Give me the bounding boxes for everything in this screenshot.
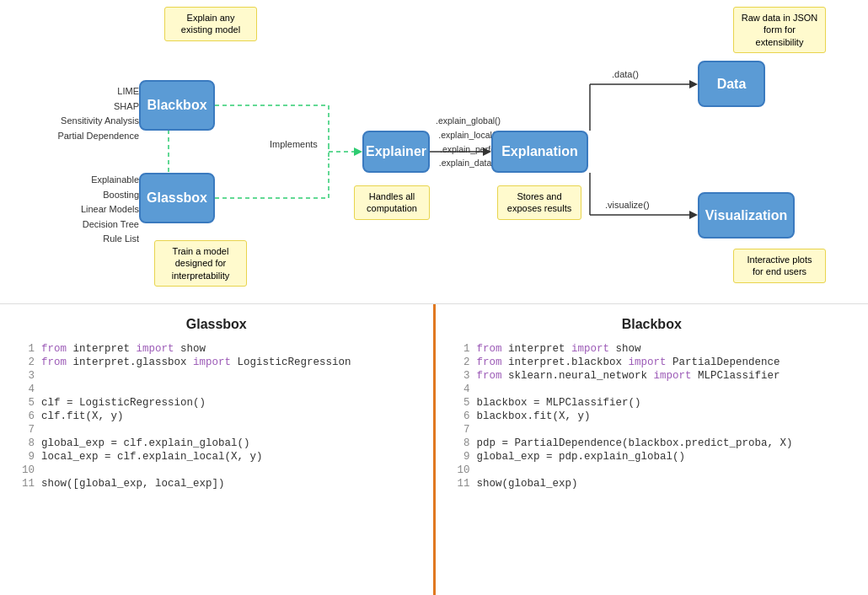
code-line: 4 <box>453 383 852 396</box>
code-token: from <box>477 370 509 382</box>
line-number: 4 <box>453 383 474 396</box>
code-token: interpret <box>73 343 137 355</box>
code-line: 8global_exp = clf.explain_global() <box>17 437 416 450</box>
svg-marker-7 <box>354 147 362 156</box>
code-token: import <box>137 343 181 355</box>
code-line: 1from interpret import show <box>453 342 852 356</box>
code-token: clf.fit(X, y) <box>41 410 124 422</box>
code-line: 1from interpret import show <box>17 342 416 356</box>
code-token: import <box>571 343 616 355</box>
code-line: 8pdp = PartialDependence(blackbox.predic… <box>453 437 852 450</box>
code-token: show <box>477 478 502 490</box>
code-token: show <box>616 343 641 355</box>
code-token: blackbox = MLPClassifier() <box>477 397 641 409</box>
label-visualize: .visualize() <box>605 200 650 210</box>
code-line: 10 <box>453 464 852 477</box>
line-number: 7 <box>453 423 474 437</box>
code-token: interpret <box>508 343 571 355</box>
line-code: show(global_exp) <box>474 477 852 490</box>
line-code: clf = LogisticRegression() <box>38 396 416 410</box>
code-token: PartialDependence <box>672 356 780 368</box>
line-code <box>474 383 852 396</box>
line-number: 8 <box>453 437 474 450</box>
code-section: Glassbox 1from interpret import show2fro… <box>0 303 868 595</box>
code-line: 4 <box>17 383 416 396</box>
line-code: blackbox = MLPClassifier() <box>474 396 852 410</box>
line-number: 3 <box>453 369 474 383</box>
line-code: local_exp = clf.explain_local(X, y) <box>38 450 416 464</box>
line-code: from interpret import show <box>474 342 852 356</box>
line-code: from interpret import show <box>38 342 416 356</box>
code-line: 2from interpret.glassbox import Logistic… <box>17 356 416 369</box>
code-token: global_exp = pdp.explain_global() <box>477 451 686 463</box>
line-number: 8 <box>17 437 38 450</box>
box-explanation: Explanation <box>491 131 588 173</box>
code-token: MLPClassifier <box>698 370 780 382</box>
blackbox-title: Blackbox <box>453 317 852 332</box>
note-train-model: Train a model designed for interpretabil… <box>154 240 247 287</box>
note-raw-data: Raw data in JSON form for extensibility <box>733 7 826 53</box>
line-code: from interpret.blackbox import PartialDe… <box>474 356 852 369</box>
code-line: 3 <box>17 369 416 383</box>
diagram-section: Explain any existing model LIME SHAP Sen… <box>0 0 868 303</box>
line-number: 1 <box>453 342 474 356</box>
line-number: 1 <box>17 342 38 356</box>
code-line: 11show([global_exp, local_exp]) <box>17 477 416 490</box>
code-line: 5blackbox = MLPClassifier() <box>453 396 852 410</box>
code-line: 9global_exp = pdp.explain_global() <box>453 450 852 464</box>
line-code: global_exp = clf.explain_global() <box>38 437 416 450</box>
code-line: 6blackbox.fit(X, y) <box>453 410 852 423</box>
code-token: show <box>41 478 67 490</box>
line-number: 3 <box>17 369 38 383</box>
code-token: LogisticRegression <box>238 356 351 368</box>
code-token: from <box>41 343 73 355</box>
code-line: 7 <box>17 423 416 437</box>
line-code: pdp = PartialDependence(blackbox.predict… <box>474 437 852 450</box>
code-line: 11show(global_exp) <box>453 477 852 490</box>
label-blackbox-methods: LIME SHAP Sensitivity Analysis Partial D… <box>55 84 139 143</box>
code-line: 10 <box>17 464 416 477</box>
code-token: import <box>193 356 238 368</box>
label-glassbox-methods: Explainable Boosting Linear Models Decis… <box>55 173 139 247</box>
code-line: 7 <box>453 423 852 437</box>
box-explainer: Explainer <box>362 131 430 173</box>
line-number: 2 <box>17 356 38 369</box>
svg-marker-12 <box>689 80 698 88</box>
note-stores-exposes: Stores and exposes results <box>497 185 581 220</box>
code-line: 6clf.fit(X, y) <box>17 410 416 423</box>
code-token: import <box>654 370 699 382</box>
code-token: pdp = PartialDependence(blackbox.predict… <box>477 437 793 449</box>
line-number: 6 <box>17 410 38 423</box>
line-code: clf.fit(X, y) <box>38 410 416 423</box>
note-interactive: Interactive plots for end users <box>733 249 826 283</box>
code-token: interpret.blackbox <box>508 356 629 368</box>
code-token: clf = LogisticRegression() <box>41 397 206 409</box>
note-handles-computation: Handles all computation <box>354 185 430 220</box>
code-token: local_exp = clf.explain_local(X, y) <box>41 451 263 463</box>
box-visualization: Visualization <box>698 192 795 239</box>
line-number: 6 <box>453 410 474 423</box>
code-line: 2from interpret.blackbox import PartialD… <box>453 356 852 369</box>
line-code <box>38 423 416 437</box>
line-number: 11 <box>453 477 474 490</box>
label-data-call: .data() <box>612 69 639 79</box>
label-implements: Implements <box>270 139 318 149</box>
glassbox-title: Glassbox <box>17 317 416 332</box>
code-token: show <box>180 343 206 355</box>
line-number: 10 <box>453 464 474 477</box>
code-line: 5clf = LogisticRegression() <box>17 396 416 410</box>
line-code <box>38 464 416 477</box>
line-number: 9 <box>453 450 474 464</box>
blackbox-code-table: 1from interpret import show2from interpr… <box>453 342 852 490</box>
line-code: from sklearn.neural_network import MLPCl… <box>474 369 852 383</box>
line-code <box>38 369 416 383</box>
code-line: 3from sklearn.neural_network import MLPC… <box>453 369 852 383</box>
glassbox-panel: Glassbox 1from interpret import show2fro… <box>0 304 433 595</box>
line-code: show([global_exp, local_exp]) <box>38 477 416 490</box>
code-token: sklearn.neural_network <box>508 370 654 382</box>
line-number: 9 <box>17 450 38 464</box>
line-code: global_exp = pdp.explain_global() <box>474 450 852 464</box>
code-token: from <box>41 356 73 368</box>
line-code: from interpret.glassbox import LogisticR… <box>38 356 416 369</box>
blackbox-panel: Blackbox 1from interpret import show2fro… <box>436 304 869 595</box>
